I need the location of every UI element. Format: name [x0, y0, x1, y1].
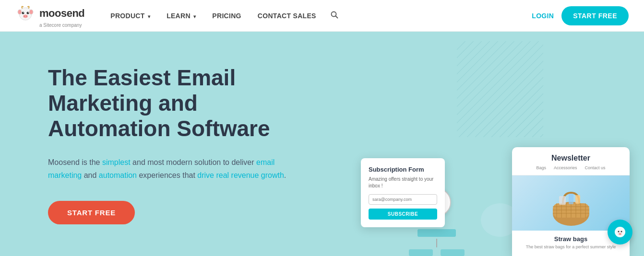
hero-desc-mid3: experiences that	[137, 171, 197, 179]
sitecore-label: a Sitecore company	[39, 23, 82, 28]
sub-form-description: Amazing offers straight to your inbox !	[369, 176, 437, 189]
newsletter-header: Newsletter Bags Accessories Contact us	[512, 147, 630, 175]
hero-desc-mid1: and most modern solution to deliver	[131, 158, 256, 166]
sub-form-title: Subscription Form	[369, 166, 437, 173]
hero-desc-before: Moosend is the	[48, 158, 102, 166]
svg-point-36	[618, 231, 620, 233]
svg-rect-32	[569, 194, 573, 204]
svg-point-39	[619, 233, 620, 234]
newsletter-title: Newsletter	[520, 154, 622, 163]
nav-learn[interactable]: LEARN ▾	[160, 8, 203, 23]
hero-desc-highlight4: drive real revenue growth	[197, 171, 284, 179]
svg-rect-31	[559, 196, 566, 205]
svg-point-37	[621, 231, 622, 233]
flow-split	[409, 249, 465, 256]
logo-area: moosend a Sitecore company	[15, 3, 84, 28]
hero-desc-mid2: and	[82, 171, 99, 179]
login-button[interactable]: LOGIN	[532, 12, 554, 20]
start-free-hero-button[interactable]: START FREE	[48, 201, 135, 224]
svg-point-2	[18, 10, 22, 14]
newsletter-tabs: Bags Accessories Contact us	[520, 165, 622, 170]
svg-line-12	[335, 16, 337, 18]
hero-left: The Easiest Email Marketing and Automati…	[48, 60, 317, 224]
search-icon[interactable]	[326, 7, 343, 24]
learn-arrow: ▾	[193, 14, 196, 19]
svg-point-4	[22, 12, 24, 14]
flow-box-split-left	[409, 249, 433, 256]
chat-icon	[614, 226, 626, 238]
svg-point-8	[23, 15, 28, 18]
svg-rect-14	[457, 41, 543, 137]
product-arrow: ▾	[148, 14, 150, 19]
hero-title: The Easiest Email Marketing and Automati…	[48, 65, 317, 141]
start-free-nav-button[interactable]: START FREE	[561, 6, 629, 25]
bg-pattern	[457, 41, 543, 137]
nav-contact-sales[interactable]: CONTACT SALES	[251, 8, 323, 23]
subscription-form-card: Subscription Form Amazing offers straigh…	[361, 158, 445, 227]
logo-text: moosend	[39, 7, 84, 20]
hero-desc-after: .	[284, 171, 286, 179]
svg-point-40	[620, 233, 620, 234]
product-description: The best straw bags for a perfect summer…	[519, 244, 623, 249]
flow-box-split-right	[441, 249, 465, 256]
svg-point-5	[27, 12, 29, 14]
newsletter-tab-bags[interactable]: Bags	[536, 165, 546, 170]
subscribe-button[interactable]: SUBSCRIBE	[369, 209, 437, 220]
svg-point-3	[29, 10, 33, 14]
navbar: moosend a Sitecore company PRODUCT ▾ LEA…	[0, 0, 644, 32]
chat-bubble[interactable]	[608, 220, 632, 244]
svg-rect-33	[575, 195, 580, 204]
nav-pricing[interactable]: PRICING	[205, 8, 248, 23]
sub-form-email-input[interactable]	[369, 194, 437, 205]
product-name: Straw bags	[519, 235, 623, 243]
flow-box-1	[417, 229, 456, 237]
svg-point-6	[23, 12, 24, 13]
flow-connector-2	[436, 239, 437, 247]
nav-product[interactable]: PRODUCT ▾	[104, 8, 157, 23]
nav-links: PRODUCT ▾ LEARN ▾ PRICING CONTACT SALES	[104, 7, 532, 24]
straw-bag-svg	[545, 179, 597, 227]
hero-desc-highlight1: simplest	[102, 158, 131, 166]
hero-desc-highlight3: automation	[99, 171, 137, 179]
nav-right: LOGIN START FREE	[532, 6, 629, 25]
hero-section: The Easiest Email Marketing and Automati…	[0, 32, 644, 256]
svg-point-9	[24, 16, 25, 17]
svg-point-10	[26, 16, 27, 17]
newsletter-tab-accessories[interactable]: Accessories	[554, 165, 577, 170]
svg-point-7	[28, 12, 29, 13]
svg-point-38	[619, 233, 621, 235]
hero-right: Subscription Form Amazing offers straigh…	[346, 32, 644, 256]
hero-description: Moosend is the simplest and most modern …	[48, 156, 288, 182]
logo-icon	[15, 3, 36, 23]
newsletter-tab-contact[interactable]: Contact us	[585, 165, 606, 170]
